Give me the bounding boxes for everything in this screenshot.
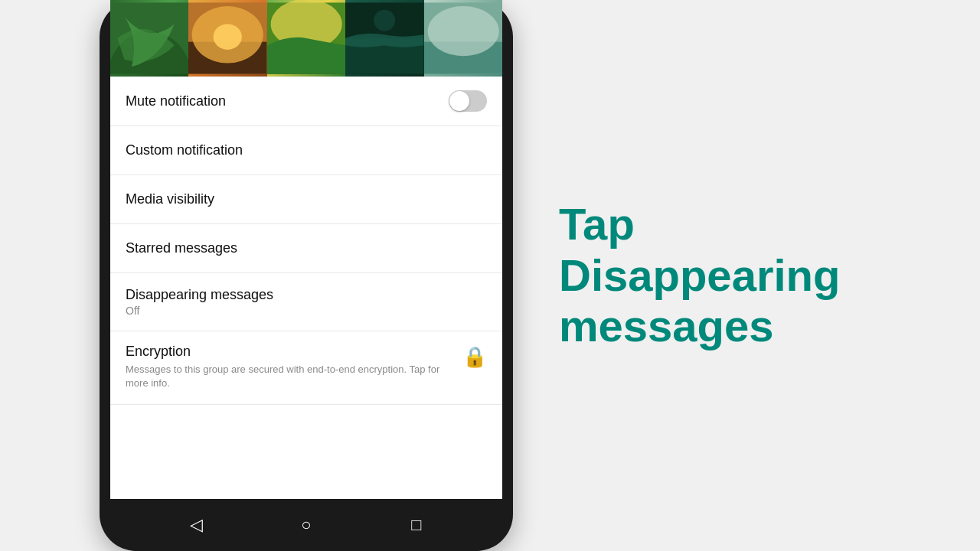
thumbnail-2 xyxy=(188,0,266,77)
starred-messages-label: Starred messages xyxy=(126,240,237,256)
starred-messages-content: Starred messages xyxy=(126,240,237,256)
thumbnail-5 xyxy=(424,0,502,77)
mute-toggle[interactable] xyxy=(449,90,487,112)
thumb-2-svg xyxy=(188,0,266,77)
encryption-content: Encryption Messages to this group are se… xyxy=(126,344,462,390)
mute-notification-label: Mute notification xyxy=(126,93,226,109)
image-strip xyxy=(110,0,502,77)
thumbnail-4 xyxy=(345,0,423,77)
svg-point-11 xyxy=(374,10,395,31)
main-instruction-label: Disappearing messages xyxy=(559,250,949,352)
recents-button[interactable]: □ xyxy=(401,510,432,540)
encryption-sublabel: Messages to this group are secured with … xyxy=(126,363,453,390)
page-wrapper: Mute notification Custom notification Me… xyxy=(0,0,980,551)
thumbnail-3 xyxy=(267,0,345,77)
svg-point-14 xyxy=(427,6,498,56)
encryption-label: Encryption xyxy=(126,344,453,360)
media-visibility-item[interactable]: Media visibility xyxy=(110,175,502,224)
thumb-4-svg xyxy=(345,0,423,77)
custom-notification-content: Custom notification xyxy=(126,142,243,158)
encryption-item[interactable]: Encryption Messages to this group are se… xyxy=(110,331,502,405)
mute-notification-item[interactable]: Mute notification xyxy=(110,77,502,126)
tap-label: Tap xyxy=(559,199,949,250)
back-button[interactable]: ◁ xyxy=(181,510,211,540)
custom-notification-item[interactable]: Custom notification xyxy=(110,126,502,175)
phone-screen: Mute notification Custom notification Me… xyxy=(110,0,502,499)
disappearing-messages-content: Disappearing messages Off xyxy=(126,287,273,317)
settings-list: Mute notification Custom notification Me… xyxy=(110,77,502,499)
lock-icon: 🔒 xyxy=(462,345,487,369)
media-visibility-content: Media visibility xyxy=(126,191,214,207)
instruction-panel: Tap Disappearing messages xyxy=(513,199,980,352)
home-button[interactable]: ○ xyxy=(291,510,322,540)
custom-notification-label: Custom notification xyxy=(126,142,243,158)
svg-point-5 xyxy=(214,24,242,50)
instruction-heading: Tap Disappearing messages xyxy=(559,199,949,352)
media-visibility-label: Media visibility xyxy=(126,191,214,207)
mute-toggle-knob xyxy=(449,91,469,111)
thumbnail-1 xyxy=(110,0,188,77)
mute-notification-content: Mute notification xyxy=(126,93,226,109)
thumb-5-svg xyxy=(424,0,502,77)
starred-messages-item[interactable]: Starred messages xyxy=(110,224,502,273)
disappearing-messages-label: Disappearing messages xyxy=(126,287,273,303)
disappearing-messages-sublabel: Off xyxy=(126,305,273,317)
thumb-1-svg xyxy=(110,0,188,77)
phone-nav-bar: ◁ ○ □ xyxy=(110,499,502,551)
thumb-3-svg xyxy=(267,0,345,77)
disappearing-messages-item[interactable]: Disappearing messages Off xyxy=(110,273,502,331)
phone-frame: Mute notification Custom notification Me… xyxy=(100,0,513,551)
